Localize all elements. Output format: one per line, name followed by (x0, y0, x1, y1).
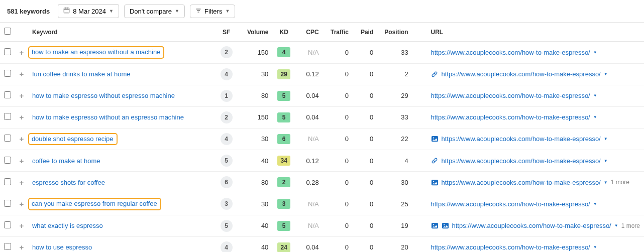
expand-icon[interactable]: + (20, 178, 24, 187)
table-row: +can you make espresso from regular coff… (0, 193, 644, 215)
col-url[interactable]: URL (427, 23, 644, 42)
cpc-value: N/A (295, 215, 323, 236)
url-link[interactable]: https://www.acouplecooks.com/how-to-make… (431, 92, 590, 99)
url-link[interactable]: https://www.acouplecooks.com/how-to-make… (442, 157, 601, 165)
paid-value: 0 (353, 172, 377, 193)
url-link[interactable]: https://www.acouplecooks.com/how-to-make… (442, 70, 601, 78)
expand-icon[interactable]: + (20, 113, 24, 121)
row-checkbox[interactable] (4, 48, 11, 55)
chevron-down-icon[interactable]: ▼ (593, 202, 597, 206)
volume-value: 30 (238, 63, 272, 85)
url-link[interactable]: https://www.acouplecooks.com/how-to-make… (431, 200, 590, 208)
sf-badge[interactable]: 4 (221, 68, 233, 80)
table-row: +espresso shots for coffee68020.280030ht… (0, 172, 644, 193)
row-checkbox[interactable] (4, 221, 11, 228)
row-checkbox[interactable] (4, 91, 11, 98)
keyword-link[interactable]: coffee to make at home (32, 157, 100, 165)
sf-badge[interactable]: 2 (221, 111, 233, 123)
url-link[interactable]: https://www.acouplecooks.com/how-to-make… (442, 179, 601, 186)
chevron-down-icon[interactable]: ▼ (593, 50, 597, 55)
chevron-down-icon[interactable]: ▼ (604, 180, 608, 185)
traffic-value: 0 (323, 236, 353, 252)
keyword-link[interactable]: how to make espresso without espresso ma… (32, 92, 175, 99)
col-volume[interactable]: Volume (238, 23, 272, 42)
image-pack-icon (431, 179, 439, 186)
keyword-link[interactable]: can you make espresso from regular coffe… (28, 198, 161, 210)
row-checkbox[interactable] (4, 113, 11, 120)
table-row: +how to make espresso without an espress… (0, 106, 644, 128)
row-checkbox[interactable] (4, 243, 11, 250)
url-link[interactable]: https://www.acouplecooks.com/how-to-make… (431, 113, 590, 121)
expand-icon[interactable]: + (20, 200, 24, 208)
cpc-value: 0.04 (295, 106, 323, 128)
url-link[interactable]: https://www.acouplecooks.com/how-to-make… (442, 135, 601, 143)
row-checkbox[interactable] (4, 135, 11, 142)
expand-icon[interactable]: + (20, 221, 24, 230)
expand-icon[interactable]: + (20, 70, 24, 78)
chevron-down-icon[interactable]: ▼ (604, 159, 608, 163)
keyword-link[interactable]: what exactly is espresso (32, 222, 103, 229)
filters-button[interactable]: Filters ▼ (190, 5, 235, 18)
expand-icon[interactable]: + (20, 243, 24, 251)
url-link[interactable]: https://www.acouplecooks.com/how-to-make… (431, 49, 590, 56)
expand-icon[interactable]: + (20, 48, 24, 57)
keyword-link[interactable]: how to make espresso without an espresso… (32, 113, 184, 121)
keyword-link[interactable]: espresso shots for coffee (32, 179, 105, 186)
row-checkbox[interactable] (4, 200, 11, 207)
more-urls-label[interactable]: 1 more (611, 179, 629, 186)
sf-badge[interactable]: 3 (221, 198, 233, 210)
calendar-icon (63, 7, 70, 15)
chevron-down-icon[interactable]: ▼ (593, 93, 597, 98)
table-row: +coffee to make at home540340.12004https… (0, 150, 644, 172)
sf-badge[interactable]: 5 (221, 220, 233, 232)
select-all-checkbox[interactable] (4, 28, 11, 35)
sf-badge[interactable]: 2 (221, 46, 233, 58)
chevron-down-icon[interactable]: ▼ (593, 115, 597, 119)
col-sf[interactable]: SF (215, 23, 238, 42)
paid-value: 0 (353, 150, 377, 172)
row-checkbox[interactable] (4, 178, 11, 185)
keyword-link[interactable]: how to use espresso (32, 243, 92, 251)
row-checkbox[interactable] (4, 70, 11, 77)
keyword-link[interactable]: how to make an espresso without a machin… (28, 46, 165, 59)
chevron-down-icon[interactable]: ▼ (604, 72, 608, 76)
traffic-value: 0 (323, 106, 353, 128)
col-cpc[interactable]: CPC (295, 23, 323, 42)
keyword-link[interactable]: fun coffee drinks to make at home (32, 70, 131, 78)
paid-value: 0 (353, 85, 377, 106)
svg-rect-13 (442, 223, 448, 228)
paid-value: 0 (353, 63, 377, 85)
chevron-down-icon[interactable]: ▼ (614, 223, 618, 228)
sf-badge[interactable]: 1 (221, 90, 233, 102)
col-keyword[interactable]: Keyword (28, 23, 215, 42)
kd-badge: 5 (277, 91, 290, 101)
sf-badge[interactable]: 6 (221, 176, 233, 188)
expand-icon[interactable]: + (20, 91, 24, 100)
row-checkbox[interactable] (4, 157, 11, 164)
sf-badge[interactable]: 5 (221, 155, 233, 167)
expand-icon[interactable]: + (20, 135, 24, 143)
date-label: 8 Mar 2024 (73, 8, 106, 15)
position-value: 4 (377, 150, 412, 172)
expand-icon[interactable]: + (20, 157, 24, 165)
cpc-value: 0.12 (295, 63, 323, 85)
more-urls-label[interactable]: 1 more (621, 222, 640, 229)
col-paid[interactable]: Paid (353, 23, 377, 42)
sf-badge[interactable]: 4 (221, 133, 233, 145)
sf-badge[interactable]: 4 (221, 241, 233, 252)
compare-button[interactable]: Don't compare ▼ (124, 5, 185, 18)
col-traffic[interactable]: Traffic (323, 23, 353, 42)
position-value: 33 (377, 42, 412, 64)
table-row: +what exactly is espresso5405N/A0019http… (0, 215, 644, 236)
url-link[interactable]: https://www.acouplecooks.com/how-to-make… (431, 243, 590, 251)
keyword-link[interactable]: double shot espresso recipe (28, 133, 118, 146)
url-link[interactable]: https://www.acouplecooks.com/how-to-make… (452, 222, 611, 229)
chevron-down-icon[interactable]: ▼ (593, 245, 597, 249)
col-position[interactable]: Position (377, 23, 412, 42)
date-picker-button[interactable]: 8 Mar 2024 ▼ (58, 4, 119, 18)
col-kd[interactable]: KD (272, 23, 295, 42)
svg-point-12 (433, 224, 434, 225)
chevron-down-icon[interactable]: ▼ (604, 137, 608, 141)
chevron-down-icon: ▼ (109, 9, 114, 14)
traffic-value: 0 (323, 172, 353, 193)
